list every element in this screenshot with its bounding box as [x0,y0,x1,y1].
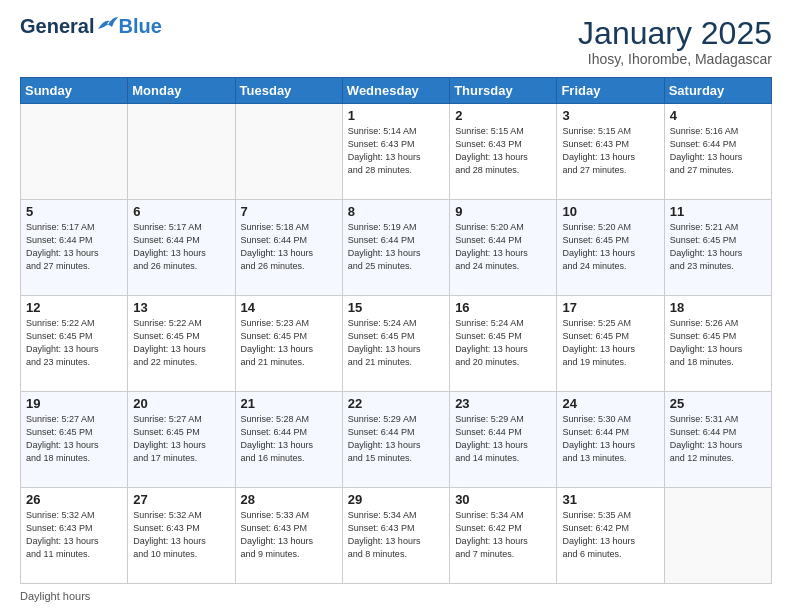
day-info: Sunrise: 5:29 AM Sunset: 6:44 PM Dayligh… [348,413,444,465]
page: General Blue January 2025 Ihosy, Ihoromb… [0,0,792,612]
day-number: 17 [562,300,658,315]
calendar-cell: 13Sunrise: 5:22 AM Sunset: 6:45 PM Dayli… [128,296,235,392]
day-info: Sunrise: 5:21 AM Sunset: 6:45 PM Dayligh… [670,221,766,273]
calendar-cell: 29Sunrise: 5:34 AM Sunset: 6:43 PM Dayli… [342,488,449,584]
calendar-cell [664,488,771,584]
day-number: 24 [562,396,658,411]
calendar-day-header: Saturday [664,78,771,104]
calendar-day-header: Thursday [450,78,557,104]
logo: General Blue [20,16,162,36]
calendar-cell: 18Sunrise: 5:26 AM Sunset: 6:45 PM Dayli… [664,296,771,392]
day-info: Sunrise: 5:32 AM Sunset: 6:43 PM Dayligh… [133,509,229,561]
logo-general-text: General [20,16,94,36]
day-number: 4 [670,108,766,123]
calendar-cell: 16Sunrise: 5:24 AM Sunset: 6:45 PM Dayli… [450,296,557,392]
calendar-cell: 25Sunrise: 5:31 AM Sunset: 6:44 PM Dayli… [664,392,771,488]
day-number: 9 [455,204,551,219]
calendar-cell: 24Sunrise: 5:30 AM Sunset: 6:44 PM Dayli… [557,392,664,488]
day-info: Sunrise: 5:30 AM Sunset: 6:44 PM Dayligh… [562,413,658,465]
calendar-cell [235,104,342,200]
calendar-cell: 31Sunrise: 5:35 AM Sunset: 6:42 PM Dayli… [557,488,664,584]
day-info: Sunrise: 5:33 AM Sunset: 6:43 PM Dayligh… [241,509,337,561]
calendar-cell: 2Sunrise: 5:15 AM Sunset: 6:43 PM Daylig… [450,104,557,200]
calendar-cell: 30Sunrise: 5:34 AM Sunset: 6:42 PM Dayli… [450,488,557,584]
calendar-header-row: SundayMondayTuesdayWednesdayThursdayFrid… [21,78,772,104]
calendar-day-header: Wednesday [342,78,449,104]
day-info: Sunrise: 5:26 AM Sunset: 6:45 PM Dayligh… [670,317,766,369]
day-number: 6 [133,204,229,219]
calendar-week-row: 5Sunrise: 5:17 AM Sunset: 6:44 PM Daylig… [21,200,772,296]
calendar-week-row: 12Sunrise: 5:22 AM Sunset: 6:45 PM Dayli… [21,296,772,392]
day-info: Sunrise: 5:22 AM Sunset: 6:45 PM Dayligh… [133,317,229,369]
month-title: January 2025 [578,16,772,51]
calendar-cell: 9Sunrise: 5:20 AM Sunset: 6:44 PM Daylig… [450,200,557,296]
calendar-week-row: 19Sunrise: 5:27 AM Sunset: 6:45 PM Dayli… [21,392,772,488]
day-info: Sunrise: 5:17 AM Sunset: 6:44 PM Dayligh… [26,221,122,273]
calendar-cell: 17Sunrise: 5:25 AM Sunset: 6:45 PM Dayli… [557,296,664,392]
calendar-cell: 15Sunrise: 5:24 AM Sunset: 6:45 PM Dayli… [342,296,449,392]
day-info: Sunrise: 5:34 AM Sunset: 6:42 PM Dayligh… [455,509,551,561]
day-number: 19 [26,396,122,411]
calendar-cell: 12Sunrise: 5:22 AM Sunset: 6:45 PM Dayli… [21,296,128,392]
day-info: Sunrise: 5:29 AM Sunset: 6:44 PM Dayligh… [455,413,551,465]
day-info: Sunrise: 5:18 AM Sunset: 6:44 PM Dayligh… [241,221,337,273]
calendar-cell: 23Sunrise: 5:29 AM Sunset: 6:44 PM Dayli… [450,392,557,488]
day-info: Sunrise: 5:14 AM Sunset: 6:43 PM Dayligh… [348,125,444,177]
footer: Daylight hours [20,590,772,602]
day-number: 26 [26,492,122,507]
day-info: Sunrise: 5:25 AM Sunset: 6:45 PM Dayligh… [562,317,658,369]
day-number: 18 [670,300,766,315]
day-number: 10 [562,204,658,219]
calendar-cell: 4Sunrise: 5:16 AM Sunset: 6:44 PM Daylig… [664,104,771,200]
calendar-cell: 20Sunrise: 5:27 AM Sunset: 6:45 PM Dayli… [128,392,235,488]
day-number: 29 [348,492,444,507]
calendar-cell: 19Sunrise: 5:27 AM Sunset: 6:45 PM Dayli… [21,392,128,488]
calendar-cell: 27Sunrise: 5:32 AM Sunset: 6:43 PM Dayli… [128,488,235,584]
day-number: 3 [562,108,658,123]
calendar-cell: 7Sunrise: 5:18 AM Sunset: 6:44 PM Daylig… [235,200,342,296]
calendar-cell: 6Sunrise: 5:17 AM Sunset: 6:44 PM Daylig… [128,200,235,296]
day-info: Sunrise: 5:28 AM Sunset: 6:44 PM Dayligh… [241,413,337,465]
day-number: 5 [26,204,122,219]
calendar-day-header: Friday [557,78,664,104]
day-info: Sunrise: 5:17 AM Sunset: 6:44 PM Dayligh… [133,221,229,273]
day-number: 11 [670,204,766,219]
day-info: Sunrise: 5:34 AM Sunset: 6:43 PM Dayligh… [348,509,444,561]
calendar-day-header: Monday [128,78,235,104]
day-number: 2 [455,108,551,123]
calendar-cell: 8Sunrise: 5:19 AM Sunset: 6:44 PM Daylig… [342,200,449,296]
day-number: 30 [455,492,551,507]
day-info: Sunrise: 5:32 AM Sunset: 6:43 PM Dayligh… [26,509,122,561]
calendar-cell: 10Sunrise: 5:20 AM Sunset: 6:45 PM Dayli… [557,200,664,296]
calendar-table: SundayMondayTuesdayWednesdayThursdayFrid… [20,77,772,584]
calendar-cell: 5Sunrise: 5:17 AM Sunset: 6:44 PM Daylig… [21,200,128,296]
calendar-cell: 21Sunrise: 5:28 AM Sunset: 6:44 PM Dayli… [235,392,342,488]
title-block: January 2025 Ihosy, Ihorombe, Madagascar [578,16,772,67]
day-info: Sunrise: 5:24 AM Sunset: 6:45 PM Dayligh… [348,317,444,369]
day-number: 8 [348,204,444,219]
day-info: Sunrise: 5:27 AM Sunset: 6:45 PM Dayligh… [26,413,122,465]
day-number: 25 [670,396,766,411]
calendar-cell: 22Sunrise: 5:29 AM Sunset: 6:44 PM Dayli… [342,392,449,488]
day-info: Sunrise: 5:19 AM Sunset: 6:44 PM Dayligh… [348,221,444,273]
calendar-week-row: 1Sunrise: 5:14 AM Sunset: 6:43 PM Daylig… [21,104,772,200]
day-number: 15 [348,300,444,315]
calendar-cell: 3Sunrise: 5:15 AM Sunset: 6:43 PM Daylig… [557,104,664,200]
calendar-cell: 26Sunrise: 5:32 AM Sunset: 6:43 PM Dayli… [21,488,128,584]
day-info: Sunrise: 5:16 AM Sunset: 6:44 PM Dayligh… [670,125,766,177]
calendar-cell: 28Sunrise: 5:33 AM Sunset: 6:43 PM Dayli… [235,488,342,584]
calendar-cell: 1Sunrise: 5:14 AM Sunset: 6:43 PM Daylig… [342,104,449,200]
daylight-hours-label: Daylight hours [20,590,90,602]
day-info: Sunrise: 5:15 AM Sunset: 6:43 PM Dayligh… [455,125,551,177]
logo-bird-icon [96,15,118,33]
day-info: Sunrise: 5:27 AM Sunset: 6:45 PM Dayligh… [133,413,229,465]
calendar-cell [21,104,128,200]
day-number: 22 [348,396,444,411]
day-info: Sunrise: 5:23 AM Sunset: 6:45 PM Dayligh… [241,317,337,369]
day-info: Sunrise: 5:31 AM Sunset: 6:44 PM Dayligh… [670,413,766,465]
day-info: Sunrise: 5:35 AM Sunset: 6:42 PM Dayligh… [562,509,658,561]
day-number: 28 [241,492,337,507]
day-info: Sunrise: 5:20 AM Sunset: 6:44 PM Dayligh… [455,221,551,273]
day-number: 16 [455,300,551,315]
day-number: 7 [241,204,337,219]
